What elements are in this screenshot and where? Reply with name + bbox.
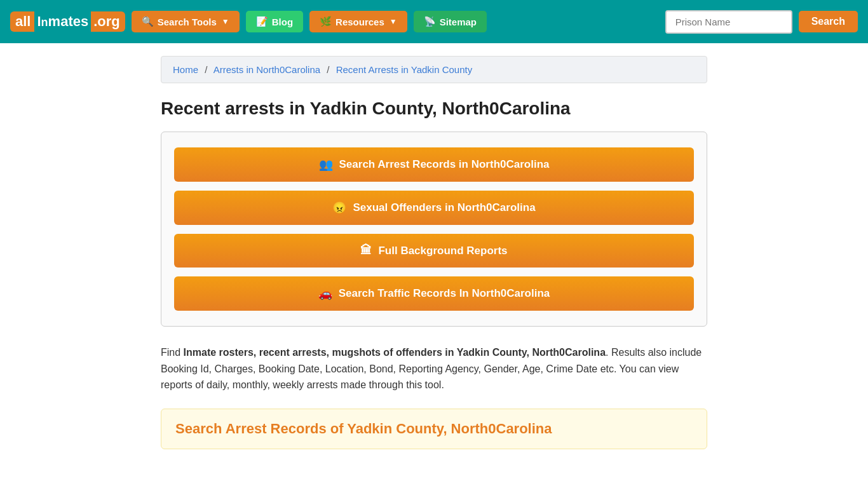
resources-arrow-icon: ▼ bbox=[390, 17, 397, 26]
breadcrumb-sep-1: / bbox=[205, 64, 207, 75]
main-content: Home / Arrests in North0Carolina / Recen… bbox=[148, 43, 720, 462]
description-bold: Inmate rosters, recent arrests, mugshots… bbox=[184, 347, 606, 358]
nav-search-button[interactable]: Search bbox=[799, 11, 858, 32]
search-arrest-records-button[interactable]: 👥 Search Arrest Records in North0Carolin… bbox=[174, 147, 694, 182]
action-button-box: 👥 Search Arrest Records in North0Carolin… bbox=[161, 132, 707, 327]
breadcrumb-current: Recent Arrests in Yadkin County bbox=[336, 64, 473, 75]
prison-name-input[interactable] bbox=[665, 10, 792, 34]
resources-button[interactable]: 🌿 Resources ▼ bbox=[309, 11, 407, 32]
sexual-offenders-button[interactable]: 😠 Sexual Offenders in North0Carolina bbox=[174, 191, 694, 225]
breadcrumb-home[interactable]: Home bbox=[173, 64, 198, 75]
search-arrest-icon: 👥 bbox=[319, 158, 333, 172]
sitemap-button[interactable]: 📡 Sitemap bbox=[414, 11, 487, 32]
search-arrest-label: Search Arrest Records in North0Carolina bbox=[339, 158, 550, 171]
search-tools-button[interactable]: 🔍 Search Tools ▼ bbox=[132, 11, 240, 32]
description-text: Find Inmate rosters, recent arrests, mug… bbox=[161, 344, 707, 393]
sexual-offenders-label: Sexual Offenders in North0Carolina bbox=[353, 201, 535, 214]
breadcrumb-sep-2: / bbox=[327, 64, 329, 75]
traffic-records-icon: 🚗 bbox=[318, 287, 332, 301]
description-intro: Find bbox=[161, 347, 184, 358]
search-tools-label: Search Tools bbox=[158, 17, 217, 27]
search-records-section: Search Arrest Records of Yadkin County, … bbox=[161, 409, 707, 449]
background-reports-icon: 🏛 bbox=[360, 244, 372, 257]
logo-inmates-text: Inmates bbox=[34, 11, 91, 32]
navbar: all Inmates .org 🔍 Search Tools ▼ 📝 Blog… bbox=[0, 0, 868, 43]
full-background-reports-button[interactable]: 🏛 Full Background Reports bbox=[174, 234, 694, 268]
nav-search-label: Search bbox=[811, 16, 845, 27]
blog-button[interactable]: 📝 Blog bbox=[246, 11, 303, 32]
sitemap-label: Sitemap bbox=[440, 17, 477, 27]
resources-icon: 🌿 bbox=[320, 16, 332, 27]
search-tools-icon: 🔍 bbox=[142, 16, 154, 27]
blog-label: Blog bbox=[272, 17, 293, 27]
sitemap-icon: 📡 bbox=[424, 16, 436, 27]
search-traffic-records-button[interactable]: 🚗 Search Traffic Records In North0Caroli… bbox=[174, 276, 694, 311]
breadcrumb: Home / Arrests in North0Carolina / Recen… bbox=[161, 56, 707, 83]
sexual-offenders-icon: 😠 bbox=[332, 201, 346, 215]
background-reports-label: Full Background Reports bbox=[378, 245, 507, 257]
traffic-records-label: Search Traffic Records In North0Carolina bbox=[339, 287, 550, 300]
logo-org-text: .org bbox=[91, 11, 125, 32]
logo-all-text: all bbox=[10, 11, 34, 32]
search-tools-arrow-icon: ▼ bbox=[222, 17, 229, 26]
site-logo[interactable]: all Inmates .org bbox=[10, 11, 125, 32]
blog-icon: 📝 bbox=[256, 16, 268, 27]
page-title: Recent arrests in Yadkin County, North0C… bbox=[161, 98, 707, 119]
search-records-title: Search Arrest Records of Yadkin County, … bbox=[175, 421, 693, 437]
resources-label: Resources bbox=[336, 17, 384, 27]
breadcrumb-arrests[interactable]: Arrests in North0Carolina bbox=[214, 64, 320, 75]
